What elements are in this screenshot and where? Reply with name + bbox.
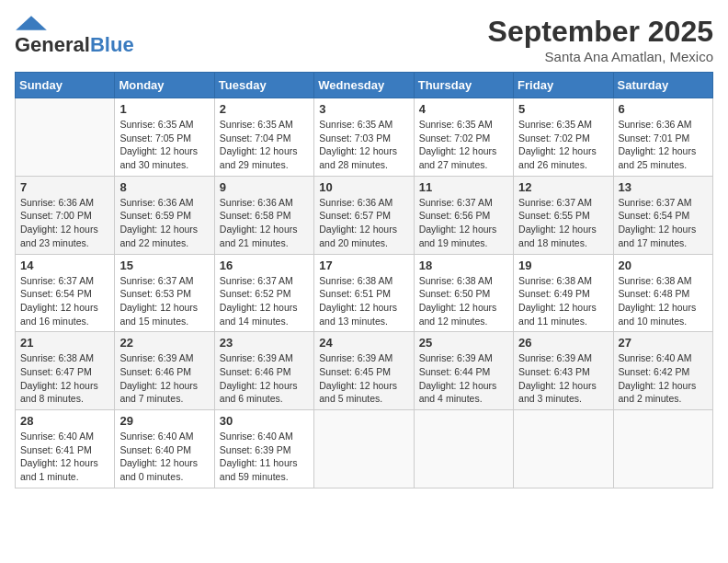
- day-info: Sunrise: 6:38 AM Sunset: 6:51 PM Dayligh…: [319, 274, 408, 328]
- day-info: Sunrise: 6:37 AM Sunset: 6:53 PM Dayligh…: [119, 274, 209, 328]
- logo: General Blue: [15, 15, 134, 57]
- day-number: 30: [220, 414, 309, 428]
- day-info: Sunrise: 6:37 AM Sunset: 6:56 PM Dayligh…: [419, 196, 508, 250]
- day-number: 23: [220, 336, 309, 350]
- day-number: 5: [518, 102, 608, 116]
- calendar-cell: 26Sunrise: 6:39 AM Sunset: 6:43 PM Dayli…: [514, 332, 613, 410]
- calendar-cell: 30Sunrise: 6:40 AM Sunset: 6:39 PM Dayli…: [214, 410, 313, 488]
- day-info: Sunrise: 6:35 AM Sunset: 7:02 PM Dayligh…: [419, 118, 508, 172]
- calendar-cell: 4Sunrise: 6:35 AM Sunset: 7:02 PM Daylig…: [414, 98, 513, 177]
- calendar-cell: 6Sunrise: 6:36 AM Sunset: 7:01 PM Daylig…: [613, 98, 712, 177]
- calendar-week-row-2: 7Sunrise: 6:36 AM Sunset: 7:00 PM Daylig…: [16, 176, 713, 254]
- day-number: 20: [619, 259, 708, 272]
- day-info: Sunrise: 6:38 AM Sunset: 6:50 PM Dayligh…: [419, 274, 508, 328]
- calendar-cell: [16, 98, 115, 177]
- day-info: Sunrise: 6:35 AM Sunset: 7:04 PM Dayligh…: [220, 118, 309, 172]
- calendar-week-row-5: 28Sunrise: 6:40 AM Sunset: 6:41 PM Dayli…: [16, 410, 713, 488]
- calendar-cell: 29Sunrise: 6:40 AM Sunset: 6:40 PM Dayli…: [115, 410, 214, 488]
- month-title: September 2025: [488, 15, 713, 49]
- day-number: 29: [119, 414, 209, 428]
- day-number: 22: [119, 336, 209, 350]
- day-number: 26: [518, 336, 608, 350]
- calendar-cell: 28Sunrise: 6:40 AM Sunset: 6:41 PM Dayli…: [16, 410, 115, 488]
- weekday-header-sunday: Sunday: [16, 73, 115, 98]
- day-info: Sunrise: 6:36 AM Sunset: 6:57 PM Dayligh…: [319, 196, 408, 250]
- day-number: 2: [220, 102, 309, 116]
- weekday-header-row: SundayMondayTuesdayWednesdayThursdayFrid…: [16, 73, 713, 98]
- calendar-table: SundayMondayTuesdayWednesdayThursdayFrid…: [15, 72, 713, 488]
- day-info: Sunrise: 6:39 AM Sunset: 6:45 PM Dayligh…: [319, 351, 408, 406]
- calendar-cell: 8Sunrise: 6:36 AM Sunset: 6:59 PM Daylig…: [115, 176, 214, 254]
- calendar-cell: 15Sunrise: 6:37 AM Sunset: 6:53 PM Dayli…: [115, 254, 214, 332]
- calendar-cell: [414, 410, 513, 488]
- day-info: Sunrise: 6:39 AM Sunset: 6:46 PM Dayligh…: [220, 351, 309, 406]
- day-info: Sunrise: 6:36 AM Sunset: 6:58 PM Dayligh…: [220, 196, 309, 250]
- weekday-header-wednesday: Wednesday: [314, 73, 414, 98]
- calendar-cell: 3Sunrise: 6:35 AM Sunset: 7:03 PM Daylig…: [314, 98, 414, 177]
- day-number: 17: [319, 259, 408, 272]
- day-info: Sunrise: 6:39 AM Sunset: 6:46 PM Dayligh…: [119, 351, 209, 406]
- day-number: 11: [419, 180, 508, 194]
- weekday-header-thursday: Thursday: [414, 73, 513, 98]
- calendar-cell: 23Sunrise: 6:39 AM Sunset: 6:46 PM Dayli…: [214, 332, 313, 410]
- day-number: 14: [20, 259, 109, 272]
- calendar-cell: 27Sunrise: 6:40 AM Sunset: 6:42 PM Dayli…: [613, 332, 712, 410]
- weekday-header-tuesday: Tuesday: [214, 73, 313, 98]
- day-info: Sunrise: 6:37 AM Sunset: 6:54 PM Dayligh…: [20, 274, 109, 328]
- svg-marker-0: [16, 16, 47, 30]
- calendar-cell: 12Sunrise: 6:37 AM Sunset: 6:55 PM Dayli…: [514, 176, 613, 254]
- day-info: Sunrise: 6:40 AM Sunset: 6:42 PM Dayligh…: [619, 351, 708, 406]
- day-number: 21: [20, 336, 109, 350]
- day-info: Sunrise: 6:39 AM Sunset: 6:44 PM Dayligh…: [419, 351, 508, 406]
- day-number: 9: [220, 180, 309, 194]
- calendar-cell: 19Sunrise: 6:38 AM Sunset: 6:49 PM Dayli…: [514, 254, 613, 332]
- day-info: Sunrise: 6:36 AM Sunset: 7:01 PM Dayligh…: [619, 118, 708, 172]
- day-info: Sunrise: 6:37 AM Sunset: 6:54 PM Dayligh…: [619, 196, 708, 250]
- day-number: 18: [419, 259, 508, 272]
- calendar-week-row-4: 21Sunrise: 6:38 AM Sunset: 6:47 PM Dayli…: [16, 332, 713, 410]
- day-number: 4: [419, 102, 508, 116]
- logo-icon: [15, 15, 48, 31]
- day-number: 1: [119, 102, 209, 116]
- day-info: Sunrise: 6:40 AM Sunset: 6:39 PM Dayligh…: [220, 430, 309, 484]
- day-info: Sunrise: 6:35 AM Sunset: 7:02 PM Dayligh…: [518, 118, 608, 172]
- day-number: 12: [518, 180, 608, 194]
- day-number: 27: [619, 336, 708, 350]
- day-info: Sunrise: 6:37 AM Sunset: 6:52 PM Dayligh…: [220, 274, 309, 328]
- day-info: Sunrise: 6:38 AM Sunset: 6:47 PM Dayligh…: [20, 351, 109, 406]
- calendar-cell: [613, 410, 712, 488]
- calendar-cell: 2Sunrise: 6:35 AM Sunset: 7:04 PM Daylig…: [214, 98, 313, 177]
- title-block: September 2025 Santa Ana Amatlan, Mexico: [488, 15, 713, 64]
- calendar-cell: 10Sunrise: 6:36 AM Sunset: 6:57 PM Dayli…: [314, 176, 414, 254]
- calendar-cell: 16Sunrise: 6:37 AM Sunset: 6:52 PM Dayli…: [214, 254, 313, 332]
- calendar-cell: [314, 410, 414, 488]
- day-info: Sunrise: 6:36 AM Sunset: 7:00 PM Dayligh…: [20, 196, 109, 250]
- day-number: 19: [518, 259, 608, 272]
- day-number: 15: [119, 259, 209, 272]
- day-number: 3: [319, 102, 408, 116]
- page-header: General Blue September 2025 Santa Ana Am…: [15, 15, 713, 64]
- day-info: Sunrise: 6:38 AM Sunset: 6:49 PM Dayligh…: [518, 274, 608, 328]
- day-info: Sunrise: 6:40 AM Sunset: 6:41 PM Dayligh…: [20, 430, 109, 484]
- calendar-week-row-3: 14Sunrise: 6:37 AM Sunset: 6:54 PM Dayli…: [16, 254, 713, 332]
- calendar-cell: 11Sunrise: 6:37 AM Sunset: 6:56 PM Dayli…: [414, 176, 513, 254]
- weekday-header-monday: Monday: [115, 73, 214, 98]
- day-number: 7: [20, 180, 109, 194]
- day-info: Sunrise: 6:40 AM Sunset: 6:40 PM Dayligh…: [119, 430, 209, 484]
- day-number: 10: [319, 180, 408, 194]
- day-number: 25: [419, 336, 508, 350]
- day-number: 8: [119, 180, 209, 194]
- day-number: 24: [319, 336, 408, 350]
- calendar-cell: [514, 410, 613, 488]
- day-info: Sunrise: 6:35 AM Sunset: 7:03 PM Dayligh…: [319, 118, 408, 172]
- calendar-cell: 13Sunrise: 6:37 AM Sunset: 6:54 PM Dayli…: [613, 176, 712, 254]
- day-number: 16: [220, 259, 309, 272]
- day-info: Sunrise: 6:35 AM Sunset: 7:05 PM Dayligh…: [119, 118, 209, 172]
- calendar-cell: 18Sunrise: 6:38 AM Sunset: 6:50 PM Dayli…: [414, 254, 513, 332]
- weekday-header-saturday: Saturday: [613, 73, 712, 98]
- day-info: Sunrise: 6:39 AM Sunset: 6:43 PM Dayligh…: [518, 351, 608, 406]
- location-title: Santa Ana Amatlan, Mexico: [488, 49, 713, 64]
- calendar-cell: 25Sunrise: 6:39 AM Sunset: 6:44 PM Dayli…: [414, 332, 513, 410]
- calendar-cell: 7Sunrise: 6:36 AM Sunset: 7:00 PM Daylig…: [16, 176, 115, 254]
- calendar-cell: 14Sunrise: 6:37 AM Sunset: 6:54 PM Dayli…: [16, 254, 115, 332]
